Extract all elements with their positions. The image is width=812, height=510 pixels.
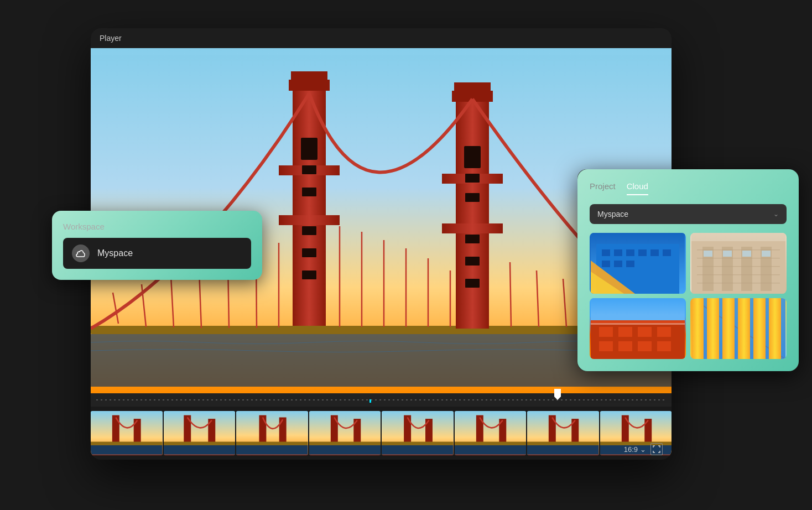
svg-rect-117 (638, 327, 652, 337)
timeline-scrubber[interactable] (91, 393, 672, 407)
workspace-popup: Workspace Myspace (52, 211, 262, 280)
svg-rect-130 (753, 298, 766, 359)
svg-rect-90 (650, 249, 659, 256)
cloud-panel-tabs: Project Cloud (590, 181, 787, 195)
aspect-ratio-label: 16:9 (624, 445, 638, 454)
filmstrip-frame (164, 411, 236, 455)
svg-rect-126 (691, 298, 704, 359)
svg-rect-34 (302, 226, 316, 235)
svg-rect-63 (309, 445, 381, 455)
filmstrip-frame (382, 411, 454, 455)
fullscreen-button[interactable] (650, 443, 663, 455)
cloud-thumbnail-2[interactable] (690, 233, 787, 294)
svg-rect-57 (236, 442, 308, 445)
svg-rect-92 (602, 261, 610, 267)
timeline-dots (96, 399, 666, 400)
filmstrip-frame (455, 411, 527, 455)
svg-rect-32 (302, 165, 316, 174)
svg-rect-52 (164, 442, 236, 445)
svg-rect-129 (738, 298, 750, 359)
filmstrip-frame (309, 411, 381, 455)
svg-rect-107 (697, 283, 780, 284)
svg-rect-113 (591, 320, 685, 359)
svg-rect-58 (236, 445, 308, 455)
svg-rect-131 (769, 298, 781, 359)
svg-rect-116 (618, 327, 632, 337)
timeline-filmstrip[interactable] (91, 407, 672, 460)
svg-rect-136 (766, 298, 769, 359)
tab-cloud[interactable]: Cloud (627, 181, 648, 195)
svg-rect-7 (456, 99, 489, 329)
scene-container: Player (46, 17, 766, 493)
svg-rect-72 (455, 442, 527, 445)
cloud-icon (72, 244, 90, 262)
svg-rect-133 (719, 298, 722, 359)
svg-rect-119 (599, 341, 613, 351)
aspect-ratio-chevron: ⌄ (640, 445, 646, 454)
svg-rect-134 (735, 298, 738, 359)
cloud-dropdown[interactable]: Myspace ⌄ (590, 204, 787, 224)
svg-rect-77 (527, 442, 599, 445)
timeline-area (91, 393, 672, 460)
cloud-thumbnail-3[interactable] (590, 298, 686, 359)
svg-rect-67 (382, 442, 454, 445)
filmstrip-frame (527, 411, 599, 455)
svg-rect-122 (657, 341, 671, 351)
svg-rect-48 (91, 445, 163, 455)
svg-rect-37 (464, 146, 481, 168)
svg-rect-36 (302, 270, 316, 279)
timeline-playhead-dot (369, 399, 371, 403)
svg-rect-89 (638, 249, 647, 256)
cloud-thumbnail-1[interactable] (590, 233, 686, 294)
svg-rect-11 (454, 82, 491, 92)
svg-rect-86 (602, 249, 610, 256)
svg-rect-68 (382, 445, 454, 455)
svg-rect-33 (302, 188, 316, 196)
svg-rect-121 (638, 341, 652, 351)
svg-rect-47 (91, 442, 163, 445)
aspect-ratio-button[interactable]: 16:9 ⌄ (624, 445, 646, 454)
svg-rect-118 (657, 327, 671, 337)
svg-rect-88 (626, 249, 634, 256)
workspace-myspace-label: Myspace (97, 248, 133, 258)
svg-rect-120 (618, 341, 632, 351)
workspace-label: Workspace (63, 222, 251, 231)
workspace-item[interactable]: Myspace (63, 238, 251, 269)
svg-rect-114 (591, 320, 685, 323)
cloud-thumbnail-4[interactable] (690, 298, 787, 359)
svg-rect-4 (279, 215, 340, 225)
svg-rect-93 (614, 261, 622, 267)
svg-rect-132 (704, 298, 707, 359)
player-controls: 16:9 ⌄ (624, 443, 663, 455)
svg-rect-127 (707, 298, 719, 359)
cloud-dropdown-value: Myspace (597, 210, 628, 218)
svg-rect-40 (465, 235, 480, 243)
filmstrip-frame (236, 411, 308, 455)
svg-rect-41 (465, 257, 480, 266)
cloud-panel: Project Cloud Myspace ⌄ (577, 169, 799, 371)
filmstrip-frame (91, 411, 163, 455)
svg-rect-106 (697, 274, 780, 275)
svg-rect-53 (164, 445, 236, 455)
svg-rect-110 (742, 251, 751, 257)
svg-rect-137 (781, 298, 785, 359)
svg-rect-42 (465, 279, 480, 288)
tab-project[interactable]: Project (590, 181, 616, 195)
svg-rect-38 (465, 174, 480, 183)
svg-rect-35 (302, 248, 316, 257)
svg-rect-6 (291, 71, 327, 81)
svg-rect-128 (722, 298, 735, 359)
svg-rect-78 (527, 445, 599, 455)
filmstrip-frames (91, 411, 672, 455)
svg-rect-103 (697, 249, 780, 251)
svg-rect-91 (663, 249, 671, 256)
svg-rect-94 (626, 261, 634, 267)
svg-rect-115 (599, 327, 613, 337)
svg-rect-109 (723, 251, 732, 257)
timeline-marker (554, 389, 561, 400)
cloud-thumbnails (590, 233, 787, 359)
svg-rect-31 (301, 138, 317, 160)
svg-rect-104 (697, 258, 780, 259)
svg-rect-62 (309, 442, 381, 445)
svg-rect-73 (455, 445, 527, 455)
